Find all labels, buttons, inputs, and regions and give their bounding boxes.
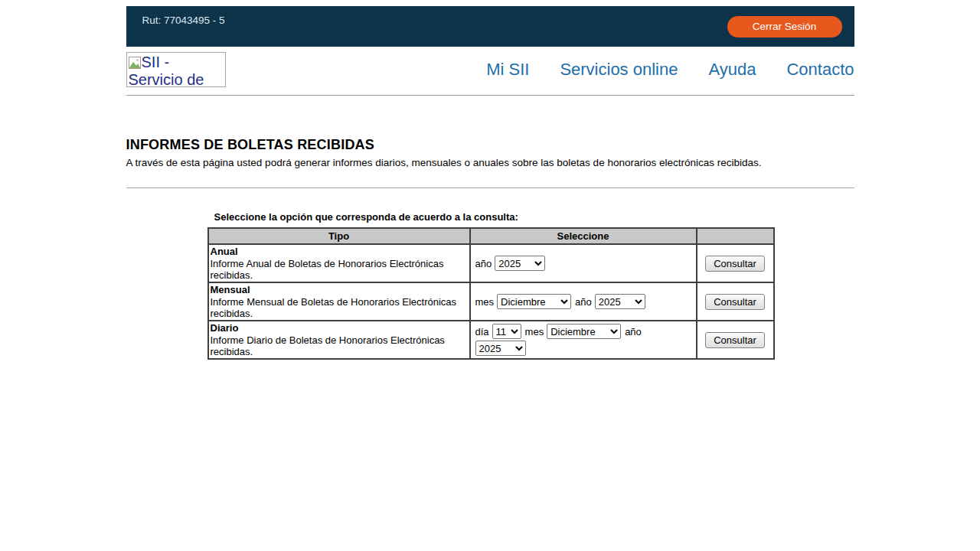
site-header: SII - Servicio de Mi SII Servicios onlin…	[126, 52, 854, 87]
row-type-label: Anual	[211, 246, 467, 257]
dia-label: día	[475, 326, 489, 337]
nav-item-contacto[interactable]: Contacto	[786, 60, 854, 80]
nav-item-mi-sii[interactable]: Mi SII	[486, 60, 529, 80]
table-caption: Seleccione la opción que corresponda de …	[214, 211, 773, 223]
section-divider	[126, 187, 854, 188]
mensual-year-select[interactable]: 2025	[595, 294, 645, 309]
main-content: INFORMES DE BOLETAS RECIBIDAS A través d…	[126, 137, 854, 360]
row-description: Informe Anual de Boletas de Honorarios E…	[211, 258, 444, 281]
row-description: Informe Diario de Boletas de Honorarios …	[211, 334, 445, 357]
header-divider	[126, 95, 854, 96]
session-bar: Rut: 77043495 - 5 Cerrar Sesión	[126, 6, 854, 47]
diario-year-select[interactable]: 2025	[475, 341, 526, 356]
informes-table: Tipo Seleccione Anual Informe Anual de B…	[207, 227, 775, 360]
row-type-label: Mensual	[211, 284, 467, 295]
nav-item-servicios-online[interactable]: Servicios online	[560, 60, 678, 80]
anio-label: año	[625, 326, 642, 337]
row-type-label: Diario	[211, 322, 467, 334]
table-row-anual: Anual Informe Anual de Boletas de Honora…	[208, 244, 774, 282]
mensual-consultar-button[interactable]: Consultar	[705, 294, 765, 310]
main-nav: Mi SII Servicios online Ayuda Contacto	[486, 60, 854, 80]
sii-logo-broken-image[interactable]: SII - Servicio de	[126, 52, 226, 87]
column-header-seleccione: Seleccione	[470, 228, 697, 244]
page-container: Rut: 77043495 - 5 Cerrar Sesión SII - Se…	[126, 0, 854, 360]
table-header-row: Tipo Seleccione	[208, 228, 774, 244]
anual-consultar-button[interactable]: Consultar	[705, 256, 765, 272]
anio-label: año	[575, 296, 592, 308]
diario-consultar-button[interactable]: Consultar	[705, 332, 765, 348]
anio-label: año	[475, 258, 492, 269]
cerrar-sesion-button[interactable]: Cerrar Sesión	[727, 16, 842, 37]
anual-year-select[interactable]: 2025	[495, 256, 545, 271]
diario-month-select[interactable]: Diciembre	[547, 324, 621, 339]
page-title: INFORMES DE BOLETAS RECIBIDAS	[126, 137, 854, 153]
row-description: Informe Mensual de Boletas de Honorarios…	[211, 296, 457, 319]
mensual-month-select[interactable]: Diciembre	[497, 294, 571, 309]
column-header-empty	[697, 228, 774, 244]
mes-label: mes	[475, 296, 495, 308]
column-header-tipo: Tipo	[208, 228, 470, 244]
diario-day-select[interactable]: 11	[492, 324, 521, 339]
page-description: A través de esta página usted podrá gene…	[126, 157, 854, 168]
mes-label: mes	[525, 326, 544, 337]
consulta-section: Seleccione la opción que corresponda de …	[207, 211, 773, 360]
nav-item-ayuda[interactable]: Ayuda	[708, 60, 756, 80]
broken-image-icon	[129, 57, 141, 69]
table-row-mensual: Mensual Informe Mensual de Boletas de Ho…	[208, 282, 774, 321]
rut-label: Rut: 77043495 - 5	[142, 15, 225, 26]
table-row-diario: Diario Informe Diario de Boletas de Hono…	[208, 321, 774, 359]
